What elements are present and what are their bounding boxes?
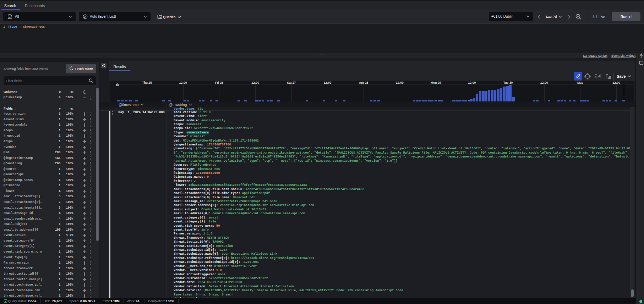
- svg-text:A: A: [84, 15, 86, 18]
